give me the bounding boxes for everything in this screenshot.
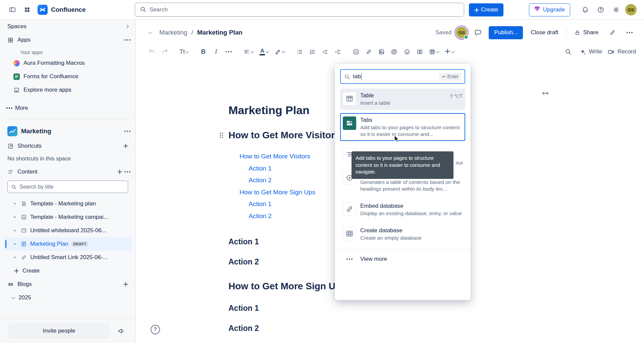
sidebar-scroll-area[interactable]: Spaces Apps Your apps Aura Formatting Ma… — [0, 20, 136, 318]
share-button[interactable]: Share — [571, 26, 602, 39]
insert-menu-search-field[interactable]: tab ↵ Enter — [340, 69, 465, 84]
menu-item-embed-database[interactable]: Embed database Display an existing datab… — [340, 199, 465, 220]
insert-plus-dropdown[interactable] — [442, 46, 457, 58]
more-icon[interactable] — [127, 39, 128, 41]
lock-icon — [574, 30, 581, 36]
drag-handle-icon[interactable] — [220, 133, 223, 138]
page-item-marketing-plan[interactable]: Marketing Plan DRAFT — [4, 237, 131, 251]
bullet-list-icon[interactable] — [293, 46, 306, 58]
find-replace-icon[interactable] — [562, 46, 574, 58]
tabs-icon — [343, 116, 356, 130]
more-formatting-icon[interactable] — [223, 46, 235, 58]
breadcrumb-space[interactable]: Marketing — [159, 29, 187, 36]
more-icon[interactable] — [127, 171, 128, 173]
record-button[interactable]: Record — [607, 48, 636, 55]
invite-people-button[interactable]: Invite people — [8, 323, 110, 339]
image-icon[interactable] — [375, 46, 387, 58]
mention-icon[interactable]: @ — [388, 46, 400, 58]
sidebar-item-spaces[interactable]: Spaces — [4, 20, 131, 33]
more-actions-icon[interactable] — [623, 26, 636, 39]
notifications-icon[interactable] — [579, 3, 592, 16]
publish-button[interactable]: Publish... — [489, 26, 523, 39]
no-shortcuts-text: No shortcuts in this space — [4, 153, 131, 165]
sidebar-item-content[interactable]: Content — [4, 165, 131, 179]
sidebar-app-aura[interactable]: Aura Formatting Macros — [10, 56, 131, 70]
sidebar-item-apps[interactable]: Apps — [4, 33, 131, 47]
confluence-home-link[interactable]: Confluence — [38, 5, 86, 15]
menu-item-create-database[interactable]: Create database Create an empty database — [340, 224, 465, 245]
blog-year-label: 2025 — [18, 294, 31, 301]
page-icon — [21, 241, 27, 247]
table-icon — [429, 49, 435, 55]
upgrade-button[interactable]: Upgrade — [529, 3, 570, 16]
redo-icon[interactable] — [159, 46, 171, 58]
more-icon — [9, 107, 10, 109]
add-content-icon[interactable] — [117, 169, 122, 174]
sidebar-create-page[interactable]: Create — [4, 264, 131, 278]
search-by-title-input[interactable] — [19, 184, 124, 190]
copy-link-icon[interactable] — [606, 26, 619, 39]
indent-icon[interactable] — [332, 46, 344, 58]
sidebar-item-more[interactable]: More — [4, 101, 131, 115]
sidebar-app-explore[interactable]: Explore more apps — [10, 83, 131, 97]
page-item-template-campaign[interactable]: Template - Marketing campai... — [4, 210, 131, 224]
plus-icon — [474, 8, 478, 12]
undo-icon[interactable] — [146, 46, 158, 58]
collaborator-avatar[interactable]: OS — [456, 27, 467, 38]
sidebar-item-blogs-2025[interactable]: 2025 — [4, 291, 131, 304]
toolbar-right: Write Record — [562, 46, 636, 58]
outdent-icon[interactable] — [319, 46, 331, 58]
blogs-icon: 99 — [7, 282, 14, 287]
global-search-input[interactable] — [150, 6, 459, 13]
heading-action-2b[interactable]: Action 2 — [228, 324, 470, 333]
view-more-row[interactable]: View more — [340, 250, 465, 262]
table-dropdown[interactable] — [426, 46, 442, 58]
link-icon[interactable] — [363, 46, 375, 58]
highlight-color-dropdown[interactable] — [272, 46, 287, 58]
sidebar-app-forms[interactable]: Forms for Confluence — [10, 70, 131, 83]
text-color-dropdown[interactable]: A — [257, 46, 271, 58]
app-switcher-icon[interactable] — [21, 3, 34, 16]
sidebar-item-blogs[interactable]: 99 Blogs — [4, 278, 131, 291]
task-list-icon[interactable] — [350, 46, 362, 58]
global-search-field[interactable] — [135, 3, 464, 17]
text-style-dropdown[interactable]: Tt — [177, 46, 191, 58]
numbered-list-icon[interactable] — [306, 46, 318, 58]
sidebar-item-shortcuts[interactable]: Shortcuts — [4, 139, 131, 153]
settings-gear-icon[interactable] — [610, 3, 623, 16]
insert-menu-search-input[interactable]: tab — [353, 73, 362, 80]
feedback-megaphone-icon[interactable] — [115, 325, 127, 337]
menu-item-table[interactable]: Table Insert a table ⇧⌥T — [340, 89, 465, 110]
page-item-whiteboard[interactable]: Untitled whiteboard 2025-06... — [4, 224, 131, 237]
chart-icon — [21, 214, 27, 220]
page-item-smart-link[interactable]: Untitled Smart Link 2025-06-... — [4, 251, 131, 264]
collapse-chevron-icon[interactable] — [145, 28, 155, 38]
more-icon[interactable] — [127, 131, 128, 132]
storefront-icon — [13, 87, 20, 93]
italic-icon[interactable]: I — [210, 46, 222, 58]
item-description: Add tabs to your pages to structure cont… — [360, 124, 463, 138]
page-item-template-plan[interactable]: Template - Marketing plan — [4, 197, 131, 210]
close-draft-button[interactable]: Close draft — [527, 26, 561, 39]
menu-item-tabs[interactable]: Tabs Add tabs to your pages to structure… — [340, 113, 465, 141]
add-shortcut-icon[interactable] — [123, 144, 128, 148]
layouts-icon[interactable] — [414, 46, 426, 58]
add-blog-icon[interactable] — [123, 282, 128, 287]
search-by-title-field[interactable] — [7, 181, 128, 193]
help-icon[interactable] — [594, 3, 607, 16]
presence-dot — [464, 35, 468, 39]
app-name-label: Aura Formatting Macros — [23, 60, 85, 66]
profile-avatar[interactable]: OS — [625, 4, 637, 15]
width-resize-icon[interactable] — [541, 90, 550, 98]
comment-icon[interactable] — [472, 26, 484, 39]
emoji-icon[interactable] — [401, 46, 413, 58]
bold-icon[interactable]: B — [197, 46, 209, 58]
alignment-dropdown[interactable] — [241, 46, 256, 58]
help-button[interactable]: ? — [151, 325, 160, 334]
heading-action-1b[interactable]: Action 1 — [228, 304, 470, 313]
create-button[interactable]: Create — [469, 3, 503, 16]
sidebar-toggle-icon[interactable] — [6, 3, 19, 16]
ai-write-button[interactable]: Write — [580, 48, 602, 55]
space-header-marketing[interactable]: Marketing — [4, 123, 131, 139]
breadcrumb-page[interactable]: Marketing Plan — [197, 29, 243, 36]
